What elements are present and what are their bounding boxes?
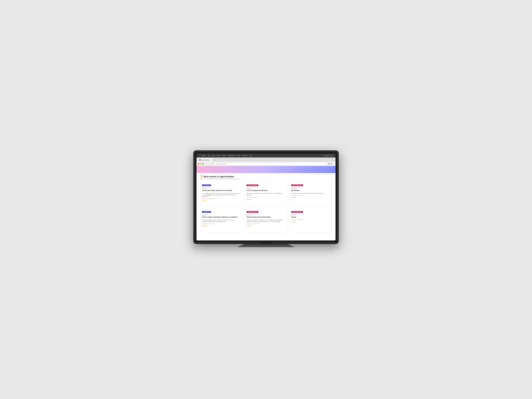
macos-menu-items[interactable]:  Firefox File Edit View History Bookmar…	[199, 155, 252, 156]
apply-button[interactable]: 🏷 Apply	[291, 197, 330, 198]
nav-buttons[interactable]: ‹ › ↻	[205, 163, 214, 165]
tab-favicon	[199, 159, 201, 161]
page-content: 🏆 Next events & opportunities Find here …	[196, 166, 336, 241]
event-title: China Energy Group Executives	[247, 216, 285, 218]
page-subtitle: Find here all matchmaking, learning, vis…	[200, 178, 332, 179]
event-badge: MATCHMAKING	[247, 211, 258, 213]
url-text: incubee.events	[218, 163, 226, 165]
apply-button[interactable]: 🏷 Apply	[291, 221, 330, 222]
event-description: Ask partners of a lawyer firm if your so…	[291, 193, 330, 194]
event-date: September 12, 2024 10:37	[202, 223, 241, 224]
laptop-notch	[261, 242, 271, 243]
apply-icon: 🏷	[247, 225, 248, 227]
tab-close-button[interactable]: ✕	[210, 159, 211, 161]
station-icon: 🚉	[202, 214, 203, 215]
station-name: Station F	[248, 188, 253, 189]
menu-firefox[interactable]: Firefox	[202, 155, 205, 156]
lock-icon: 🔒	[216, 163, 217, 165]
station-name: Station F	[293, 214, 298, 215]
profile-icon[interactable]: 👤	[328, 163, 330, 165]
address-bar-icons: ☆	[325, 163, 326, 165]
event-card: MATCHMAKING 🚉 Station F China Energy Gro…	[245, 208, 287, 233]
station-icon: 🚉	[291, 214, 292, 215]
minimize-window-button[interactable]	[200, 163, 202, 165]
station-label: 🚉 Station F	[202, 214, 241, 215]
event-title: How to make corporates adopt my AI solut…	[202, 216, 241, 218]
share-button[interactable]: ⎋	[202, 227, 241, 228]
page-title: 🏆 Next events & opportunities	[200, 175, 332, 178]
back-button[interactable]: ‹	[205, 163, 207, 165]
menu-file[interactable]: File	[208, 155, 210, 156]
apply-icon: 🏷	[202, 200, 203, 202]
apply-button[interactable]: 🏷 Apply	[202, 200, 241, 202]
apply-icon: 🏷	[247, 199, 248, 200]
event-description: Ask all of the questions you have in min…	[247, 193, 285, 196]
reload-button[interactable]: ↻	[211, 163, 214, 165]
event-badge: MATCHMAKING	[291, 211, 303, 213]
event-date: September 8, 2024 13:30	[247, 197, 285, 198]
events-grid: LEARNING 🚉 Station F Trouve des fonds av…	[200, 181, 332, 233]
menu-help[interactable]: Help	[249, 155, 252, 156]
event-description: Meet big corporates who are looking for …	[202, 219, 241, 222]
event-badge: LEARNING	[202, 184, 211, 186]
apply-button[interactable]: 🏷 Apply	[247, 199, 285, 200]
share-button[interactable]: ⎋	[291, 223, 330, 224]
close-window-button[interactable]	[198, 163, 199, 165]
menu-view[interactable]: View	[217, 155, 220, 156]
page-title-section: 🏆 Next events & opportunities Find here …	[200, 175, 332, 179]
event-badge: MATCHMAKING	[247, 184, 258, 186]
menu-bookmarks[interactable]: Bookmarks	[228, 155, 235, 156]
station-label: 🚉 Station F	[247, 214, 285, 215]
address-bar[interactable]: 🔒 incubee.events ☆	[215, 162, 327, 165]
extensions-icon[interactable]: 🧩	[330, 163, 332, 165]
station-label: 🚉 Station F	[202, 188, 241, 189]
event-card: MATCHMAKING 🚉 Station F LEX Mundi Ask pa…	[289, 181, 332, 206]
menu-tools[interactable]: Tools	[237, 155, 240, 156]
event-card: LEARNING 🚉 Station F How to make corpora…	[200, 208, 243, 233]
event-date: September 16, 2024 14:09	[247, 223, 285, 224]
forward-button[interactable]: ›	[208, 163, 210, 165]
event-description: 🗝 Les étapes clés pour un bridge réussi …	[202, 193, 241, 197]
event-date: September 6, 2024 18:00	[202, 198, 241, 199]
apply-label: Apply	[248, 199, 252, 200]
event-badge: LEARNING	[202, 211, 211, 213]
share-button[interactable]: ⎋	[247, 227, 285, 228]
macos-menubar:  Firefox File Edit View History Bookmar…	[196, 154, 336, 158]
event-badge: MATCHMAKING	[291, 184, 303, 186]
apply-label: Apply	[204, 225, 207, 227]
apply-button[interactable]: 🏷 Apply	[247, 225, 285, 227]
menu-edit[interactable]: Edit	[212, 155, 215, 156]
apply-label: Apply	[248, 225, 252, 227]
station-label: 🚉 Station F	[291, 188, 330, 189]
settings-icon[interactable]: ⋯	[333, 163, 334, 165]
station-icon: 🚉	[247, 214, 248, 215]
menu-window[interactable]: Window	[243, 155, 247, 156]
tab-title: Incubee Events	[202, 159, 209, 161]
share-button[interactable]: ⎋	[202, 202, 241, 203]
apple-logo: 	[199, 155, 199, 156]
station-name: Station F	[248, 214, 253, 215]
star-icon[interactable]: ☆	[325, 163, 326, 165]
apply-button[interactable]: 🏷 Apply	[202, 225, 241, 227]
event-title: Toyota	[291, 216, 330, 218]
traffic-lights[interactable]	[198, 163, 203, 165]
apply-icon: 🏷	[291, 221, 292, 222]
maximize-window-button[interactable]	[202, 163, 203, 165]
page-header-gradient	[196, 166, 336, 173]
share-button[interactable]: ⎋	[291, 199, 330, 200]
apply-label: Apply	[204, 200, 207, 202]
station-label: 🚉 Station F	[291, 214, 330, 215]
station-name: Station F	[293, 188, 298, 189]
station-icon: 🚉	[291, 188, 292, 189]
apply-label: Apply	[293, 221, 296, 222]
event-title: LEX Mundi	[291, 190, 330, 192]
event-title: Trouve des fonds avant la fin de l'année	[202, 190, 241, 192]
event-card: LEARNING 🚉 Station F Trouve des fonds av…	[200, 181, 243, 206]
laptop-container:  Firefox File Edit View History Bookmar…	[193, 150, 339, 249]
station-label: 🚉 Station F	[247, 188, 285, 189]
active-tab[interactable]: Incubee Events ✕	[198, 158, 213, 162]
share-button[interactable]: ⎋	[247, 200, 285, 202]
new-tab-button[interactable]: +	[213, 158, 216, 161]
event-title: CFO's of Dutch Universities	[247, 190, 285, 192]
menu-history[interactable]: History	[222, 155, 226, 156]
